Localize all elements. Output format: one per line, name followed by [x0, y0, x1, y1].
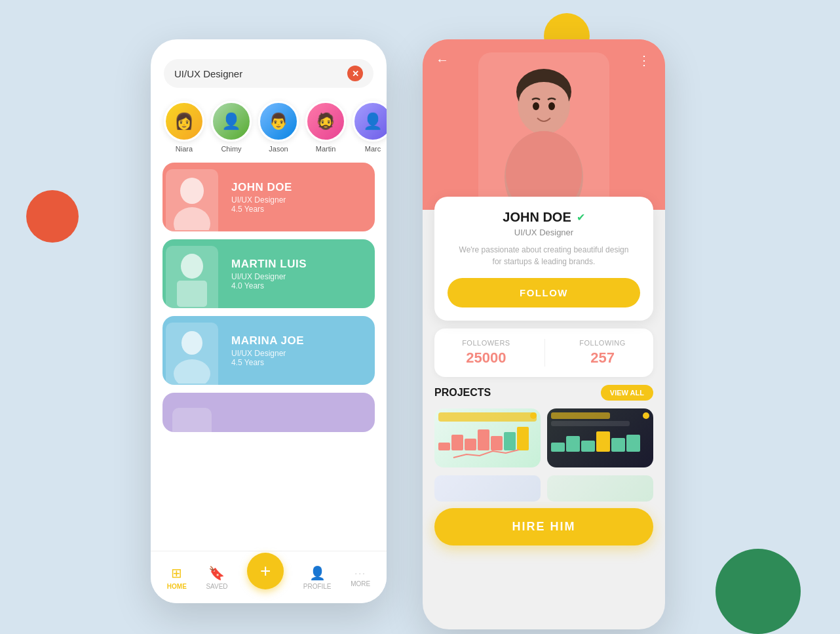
avatar-martin[interactable]: 🧔 Martin — [305, 101, 346, 153]
view-all-button[interactable]: VIEW ALL — [601, 385, 653, 401]
person-image-john — [166, 169, 218, 231]
follow-button[interactable]: FOLLOW — [448, 278, 640, 307]
profile-header: ← ⋮ — [423, 39, 665, 210]
following-count: 257 — [590, 349, 615, 367]
profile-photo — [478, 52, 609, 210]
avatar-label-chimy: Chimy — [221, 145, 241, 153]
card-exp-marina: 4.5 Years — [231, 358, 304, 367]
svg-point-2 — [181, 254, 203, 279]
fab-add-button[interactable]: + — [247, 553, 284, 589]
back-button[interactable]: ← — [436, 52, 449, 68]
profile-icon: 👤 — [309, 565, 326, 581]
card-partial[interactable] — [162, 393, 375, 432]
avatar-label-martin: Martin — [316, 145, 336, 153]
decorative-orange-circle — [26, 190, 79, 243]
nav-more-label: MORE — [351, 580, 370, 587]
nav-saved[interactable]: 🔖 SAVED — [206, 565, 227, 590]
profile-name-row: JOHN DOE ✔ — [448, 210, 640, 225]
project-thumb-1[interactable] — [434, 408, 541, 467]
verified-icon: ✔ — [577, 211, 585, 224]
card-john-doe[interactable]: JOHN DOE UI/UX Designer 4.5 Years — [162, 163, 375, 231]
following-label: FOLLOWING — [579, 339, 626, 347]
stat-divider — [544, 339, 545, 367]
nav-home-label: HOME — [167, 583, 187, 590]
search-bar: ✕ — [164, 59, 373, 88]
avatar-circle-martin: 🧔 — [305, 101, 346, 142]
profile-role: UI/UX Designer — [448, 228, 640, 237]
card-info-john: JOHN DOE UI/UX Designer 4.5 Years — [221, 181, 302, 214]
phone-left: ✕ 👩 Niara 👤 Chimy 👨 Jason 🧔 Martin 👤 Mar… — [151, 39, 387, 603]
project-dot-yellow-2 — [643, 412, 649, 419]
home-icon: ⊞ — [171, 565, 182, 581]
svg-point-11 — [533, 102, 539, 110]
saved-icon: 🔖 — [208, 565, 225, 581]
more-options-button[interactable]: ⋮ — [638, 52, 652, 68]
avatar-jason[interactable]: 👨 Jason — [258, 101, 299, 153]
svg-point-0 — [180, 178, 204, 204]
svg-point-1 — [174, 207, 210, 230]
avatar-circle-jason: 👨 — [258, 101, 299, 142]
avatar-niara[interactable]: 👩 Niara — [164, 101, 204, 153]
nav-saved-label: SAVED — [206, 583, 227, 590]
card-name-john: JOHN DOE — [231, 181, 292, 194]
followers-stat: FOLLOWERS 25000 — [462, 339, 510, 367]
svg-point-12 — [548, 102, 555, 110]
avatar-row: 👩 Niara 👤 Chimy 👨 Jason 🧔 Martin 👤 Marc — [151, 98, 387, 163]
avatar-circle-marc: 👤 — [353, 101, 387, 142]
hire-button[interactable]: HIRE HIM — [434, 508, 653, 545]
nav-profile[interactable]: 👤 PROFILE — [303, 565, 332, 590]
more-icon: ··· — [354, 568, 366, 578]
profile-bio: We're passionate about creating beautifu… — [448, 244, 640, 267]
avatar-label-marc: Marc — [365, 145, 381, 153]
decorative-green-circle — [716, 549, 801, 634]
card-avatar-marina — [162, 316, 221, 385]
card-avatar-martin — [162, 239, 221, 308]
projects-title: PROJECTS — [434, 387, 491, 399]
hire-area: HIRE HIM — [423, 467, 665, 553]
avatar-circle-chimy: 👤 — [211, 101, 252, 142]
svg-rect-3 — [177, 281, 207, 307]
project-thumb-2[interactable] — [547, 408, 653, 467]
card-exp-martin: 4.0 Years — [231, 281, 307, 290]
avatar-circle-niara: 👩 — [164, 101, 204, 142]
project-dot-yellow-1 — [530, 412, 537, 419]
nav-home[interactable]: ⊞ HOME — [167, 565, 187, 590]
svg-point-8 — [519, 82, 569, 121]
profile-card: JOHN DOE ✔ UI/UX Designer We're passiona… — [434, 197, 653, 321]
person-image-martin — [166, 246, 218, 308]
card-martin-luis[interactable]: MARTIN LUIS UI/UX Designer 4.0 Years — [162, 239, 375, 308]
avatar-marc[interactable]: 👤 Marc — [353, 101, 387, 153]
nav-profile-label: PROFILE — [303, 583, 332, 590]
search-area: ✕ — [151, 39, 387, 98]
card-name-martin: MARTIN LUIS — [231, 258, 307, 271]
bottom-nav: ⊞ HOME 🔖 SAVED + 👤 PROFILE ··· MORE — [151, 551, 387, 603]
person-image-marina — [166, 323, 218, 385]
avatar-label-niara: Niara — [176, 145, 193, 153]
card-info-marina: MARINA JOE UI/UX Designer 4.5 Years — [221, 334, 314, 367]
card-role-john: UI/UX Designer — [231, 195, 292, 205]
following-stat: FOLLOWING 257 — [579, 339, 626, 367]
svg-point-5 — [174, 359, 210, 384]
projects-header: PROJECTS VIEW ALL — [434, 385, 653, 401]
avatar-label-jason: Jason — [269, 145, 288, 153]
card-info-martin: MARTIN LUIS UI/UX Designer 4.0 Years — [221, 258, 316, 290]
followers-label: FOLLOWERS — [462, 339, 510, 347]
projects-section: PROJECTS VIEW ALL — [423, 385, 665, 467]
avatar-chimy[interactable]: 👤 Chimy — [211, 101, 252, 153]
card-avatar-partial — [162, 393, 221, 432]
search-input[interactable] — [174, 68, 342, 79]
stats-row: FOLLOWERS 25000 FOLLOWING 257 — [434, 328, 653, 377]
phone-right: ← ⋮ JOHN — [423, 39, 665, 629]
clear-search-button[interactable]: ✕ — [347, 66, 363, 81]
card-exp-john: 4.5 Years — [231, 205, 292, 214]
card-role-marina: UI/UX Designer — [231, 349, 304, 358]
card-name-marina: MARINA JOE — [231, 334, 304, 347]
card-role-martin: UI/UX Designer — [231, 272, 307, 281]
card-marina-joe[interactable]: MARINA JOE UI/UX Designer 4.5 Years — [162, 316, 375, 385]
profile-name: JOHN DOE — [503, 210, 571, 225]
card-avatar-john — [162, 163, 221, 231]
cards-area: JOHN DOE UI/UX Designer 4.5 Years MARTIN… — [151, 163, 387, 551]
nav-more[interactable]: ··· MORE — [351, 568, 370, 587]
projects-grid — [434, 408, 653, 467]
followers-count: 25000 — [466, 349, 506, 367]
